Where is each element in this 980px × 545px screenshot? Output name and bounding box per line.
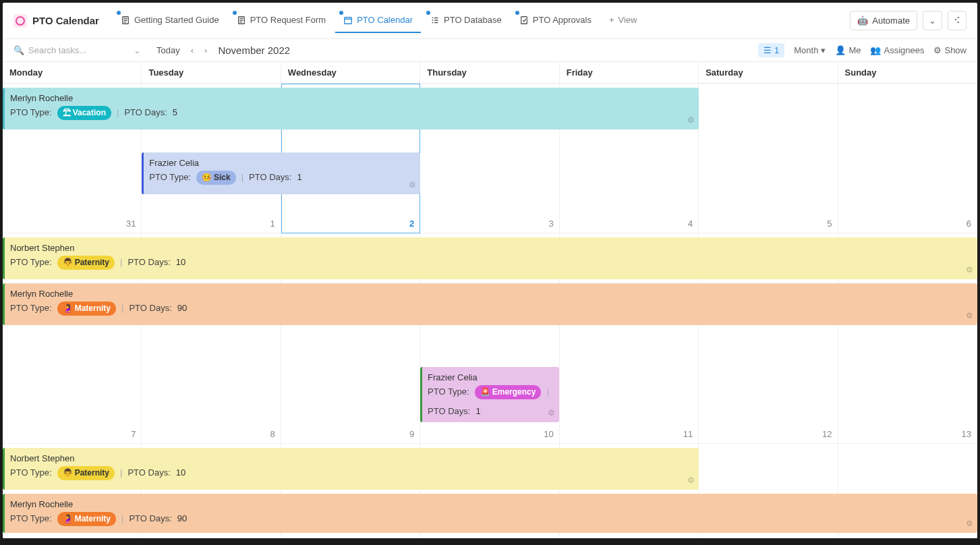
tab-pto-approvals[interactable]: PTO Approvals: [511, 8, 600, 33]
event-gear-icon[interactable]: ⚙: [409, 179, 416, 192]
event-name: Merlyn Rochelle: [10, 498, 972, 512]
event-name: Merlyn Rochelle: [10, 287, 972, 302]
event-maternity[interactable]: Merlyn Rochelle PTO Type: 🤰Maternity | P…: [3, 283, 977, 325]
day-number: 6: [967, 219, 971, 229]
event-gear-icon[interactable]: ⚙: [966, 264, 973, 277]
view-mode-dropdown[interactable]: Month ▾: [794, 45, 826, 55]
event-name: Frazier Celia: [428, 371, 554, 385]
event-gear-icon[interactable]: ⚙: [687, 114, 695, 127]
day-number: 8: [270, 429, 275, 439]
event-gear-icon[interactable]: ⚙: [966, 517, 973, 530]
event-meta: PTO Type: 👨Paternity | PTO Days: 10: [10, 256, 972, 270]
next-month[interactable]: ›: [202, 44, 210, 57]
day-header-mon: Monday: [3, 62, 142, 83]
day-cell[interactable]: 6: [838, 84, 977, 233]
badge-vacation: ⛱Vacation: [57, 106, 111, 120]
event-emergency[interactable]: Frazier Celia PTO Type: 🚨Emergency | PTO…: [420, 367, 559, 422]
pto-days-label: PTO Days:: [127, 466, 170, 480]
show-dropdown[interactable]: ⚙ Show: [933, 45, 967, 55]
sick-icon: 🤒: [202, 171, 212, 184]
tab-label: PTO Database: [444, 15, 502, 25]
week-row: 7 8 9 10 11 12 13 Norbert Stephen PTO Ty…: [3, 233, 977, 444]
me-label: Me: [848, 45, 861, 55]
today-button[interactable]: Today: [156, 45, 180, 55]
approvals-icon: [519, 16, 529, 25]
pto-days-label: PTO Days:: [129, 302, 171, 316]
event-maternity[interactable]: Merlyn Rochelle PTO Type: 🤰Maternity | P…: [3, 494, 977, 533]
filter-badge[interactable]: ☰ 1: [758, 43, 784, 57]
calendar-body: 31 1 2 3 4 5 6 Merlyn Rochelle PTO Type:…: [3, 84, 977, 538]
event-paternity[interactable]: Norbert Stephen PTO Type: 👨Paternity | P…: [3, 237, 977, 279]
day-number: 11: [683, 429, 693, 439]
pto-days-label: PTO Days:: [127, 256, 170, 270]
tab-pto-database[interactable]: PTO Database: [422, 8, 510, 33]
event-name: Merlyn Rochelle: [10, 92, 693, 106]
day-number: 10: [544, 429, 553, 439]
toolbar: 🔍 ⌄ Today ‹ › November 2022 ☰ 1 Month ▾ …: [3, 39, 977, 62]
pto-days-label: PTO Days:: [129, 512, 171, 526]
day-header-tue: Tuesday: [142, 62, 281, 83]
day-number: 4: [688, 219, 693, 229]
separator: |: [241, 171, 243, 185]
event-sick[interactable]: Frazier Celia PTO Type: 🤒Sick | PTO Days…: [142, 152, 420, 194]
separator: |: [121, 512, 123, 526]
separator: |: [546, 385, 548, 399]
person-icon: 👤: [835, 45, 846, 55]
day-cell[interactable]: 5: [699, 84, 838, 233]
event-meta: PTO Type: 👨Paternity | PTO Days: 10: [10, 466, 693, 480]
title-group: PTO Calendar: [13, 14, 99, 28]
tab-add-view[interactable]: + View: [601, 8, 645, 33]
prev-month[interactable]: ‹: [188, 44, 196, 57]
event-name: Frazier Celia: [149, 156, 415, 171]
toolbar-right: ☰ 1 Month ▾ 👤 Me 👥 Assignees ⚙ Show: [758, 43, 967, 57]
event-name: Norbert Stephen: [10, 241, 972, 256]
badge-text: Maternity: [75, 302, 111, 315]
topbar-right: 🤖 Automate ⌄ ⠪: [850, 11, 967, 30]
chevron-down-icon: ▾: [821, 45, 826, 55]
event-vacation[interactable]: Merlyn Rochelle PTO Type: ⛱Vacation | PT…: [3, 88, 699, 130]
day-header-sun: Sunday: [838, 62, 977, 83]
tab-label: View: [618, 15, 637, 25]
view-mode-label: Month: [794, 45, 818, 55]
automate-chevron[interactable]: ⌄: [923, 11, 942, 30]
share-button[interactable]: ⠪: [948, 11, 967, 30]
event-gear-icon[interactable]: ⚙: [548, 407, 555, 420]
event-paternity[interactable]: Norbert Stephen PTO Type: 👨Paternity | P…: [3, 448, 699, 490]
day-header-thu: Thursday: [420, 62, 559, 83]
tab-pto-request-form[interactable]: PTO Request Form: [229, 8, 334, 33]
chevron-down-icon: ⌄: [929, 16, 936, 26]
svg-rect-2: [345, 17, 352, 24]
day-number: 9: [409, 429, 414, 439]
assignees-label: Assignees: [884, 45, 924, 55]
day-header-fri: Friday: [560, 62, 699, 83]
search-input[interactable]: [28, 45, 129, 55]
pto-days-value: 5: [173, 106, 177, 120]
badge-emergency: 🚨Emergency: [475, 385, 542, 399]
show-label: Show: [944, 45, 967, 55]
maternity-icon: 🤰: [63, 513, 73, 525]
tab-pto-calendar[interactable]: PTO Calendar: [335, 8, 421, 33]
event-gear-icon[interactable]: ⚙: [687, 474, 695, 487]
view-tabs: Getting Started Guide PTO Request Form P…: [113, 8, 847, 33]
day-number: 3: [548, 219, 553, 229]
day-header-sat: Saturday: [699, 62, 838, 83]
pto-days-value: 1: [475, 405, 480, 419]
paternity-icon: 👨: [63, 256, 73, 269]
badge-paternity: 👨Paternity: [57, 256, 115, 270]
event-meta: PTO Type: 🚨Emergency | PTO Days: 1: [428, 385, 554, 419]
event-meta: PTO Type: ⛱Vacation | PTO Days: 5: [10, 106, 693, 120]
assignees-filter[interactable]: 👥 Assignees: [870, 45, 924, 55]
tab-label: PTO Approvals: [533, 15, 592, 25]
badge-text: Sick: [214, 171, 231, 184]
badge-text: Paternity: [75, 467, 109, 480]
robot-icon: 🤖: [857, 16, 868, 26]
search-chevron[interactable]: ⌄: [134, 45, 141, 55]
list-icon: [430, 16, 440, 25]
badge-text: Paternity: [75, 256, 109, 269]
event-gear-icon[interactable]: ⚙: [966, 310, 973, 322]
pto-days-value: 10: [176, 256, 185, 270]
separator: |: [120, 466, 122, 480]
me-filter[interactable]: 👤 Me: [835, 45, 861, 55]
automate-button[interactable]: 🤖 Automate: [850, 11, 917, 30]
tab-getting-started[interactable]: Getting Started Guide: [113, 8, 227, 33]
